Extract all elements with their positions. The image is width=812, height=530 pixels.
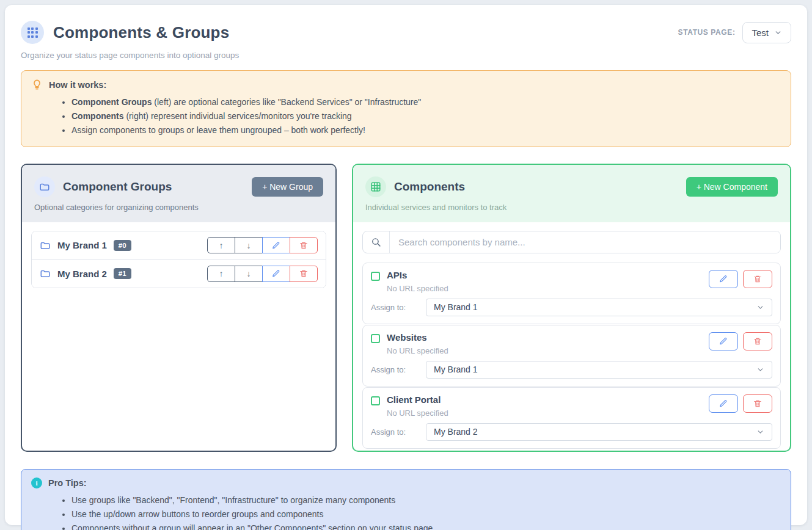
components-panel-title: Components: [394, 180, 686, 194]
new-group-button[interactable]: + New Group: [252, 177, 323, 197]
assign-group-select[interactable]: My Brand 1: [426, 299, 772, 316]
delete-component-button[interactable]: [743, 332, 772, 350]
move-group-up-button[interactable]: ↑: [207, 237, 235, 253]
component-name: Client Portal: [387, 394, 709, 405]
search-icon-segment: [363, 231, 390, 253]
delete-group-button[interactable]: [290, 237, 318, 253]
pro-tips-box: i Pro Tips: Use groups like "Backend", "…: [21, 469, 791, 530]
edit-component-button[interactable]: [709, 270, 738, 288]
groups-panel-header: Component Groups + New Group Optional ca…: [22, 165, 335, 222]
list-item: Components without a group will appear i…: [71, 521, 781, 530]
group-order-badge: #0: [114, 240, 131, 251]
trash-icon: [753, 399, 762, 408]
pro-tips-list: Use groups like "Backend", "Frontend", "…: [31, 493, 781, 530]
group-order-badge: #1: [114, 268, 131, 279]
header-title-block: Components & Groups: [21, 21, 229, 44]
pencil-icon: [272, 269, 280, 278]
list-item: Component Groups (left) are optional cat…: [71, 95, 781, 109]
components-panel: Components + New Component Individual se…: [352, 164, 791, 452]
trash-icon: [753, 275, 762, 283]
group-list: My Brand 1 #0 ↑ ↓ My Brand 2 #1: [31, 231, 326, 288]
list-item: Components (right) represent individual …: [71, 109, 781, 123]
group-name: My Brand 1: [57, 240, 107, 250]
status-page-select[interactable]: Test: [742, 22, 791, 43]
group-name: My Brand 2: [57, 269, 107, 279]
component-card: Websites No URL specified Assign to:: [362, 325, 781, 387]
status-page-label: STATUS PAGE:: [678, 28, 736, 37]
groups-panel-subtitle: Optional categories for organizing compo…: [34, 203, 323, 212]
group-row: My Brand 2 #1 ↑ ↓: [32, 260, 326, 288]
assign-to-label: Assign to:: [371, 303, 426, 312]
assign-to-label: Assign to:: [371, 427, 426, 437]
list-item: Use groups like "Backend", "Frontend", "…: [71, 493, 781, 507]
how-it-works-box: How it works: Component Groups (left) ar…: [21, 70, 791, 147]
delete-component-button[interactable]: [743, 270, 772, 288]
component-checkbox[interactable]: [371, 396, 380, 405]
up-arrow-icon: ↑: [219, 269, 224, 278]
status-page-picker: STATUS PAGE: Test: [678, 22, 791, 43]
down-arrow-icon: ↓: [247, 269, 251, 278]
chevron-down-icon: [756, 366, 764, 374]
assigned-group-value: My Brand 1: [434, 302, 478, 312]
component-url-status: No URL specified: [387, 284, 709, 293]
new-component-button[interactable]: + New Component: [686, 177, 778, 197]
components-panel-header: Components + New Component Individual se…: [353, 165, 790, 222]
chevron-down-icon: [756, 428, 764, 436]
component-name: Websites: [387, 332, 709, 343]
edit-component-button[interactable]: [709, 332, 738, 350]
pencil-icon: [719, 337, 728, 346]
component-name: APIs: [387, 270, 709, 280]
folder-icon: [39, 181, 50, 192]
info-icon: i: [31, 477, 42, 488]
how-it-works-title: How it works:: [49, 80, 106, 90]
trash-icon: [299, 241, 308, 250]
groups-panel-title: Component Groups: [63, 180, 252, 194]
main-card: Components & Groups STATUS PAGE: Test Or…: [5, 5, 807, 525]
chevron-down-icon: [756, 303, 764, 311]
group-row: My Brand 1 #0 ↑ ↓: [32, 231, 326, 260]
down-arrow-icon: ↓: [247, 241, 251, 250]
folder-icon-circle: [34, 176, 55, 197]
group-folder-icon: [40, 268, 51, 279]
how-it-works-list: Component Groups (left) are optional cat…: [31, 95, 781, 138]
pencil-icon: [272, 241, 280, 250]
page-header: Components & Groups STATUS PAGE: Test: [21, 21, 791, 44]
assigned-group-value: My Brand 1: [434, 365, 478, 374]
move-group-up-button[interactable]: ↑: [207, 266, 235, 282]
edit-group-button[interactable]: [262, 237, 290, 253]
move-group-down-button[interactable]: ↓: [235, 266, 263, 282]
assign-to-label: Assign to:: [371, 365, 426, 374]
move-group-down-button[interactable]: ↓: [235, 237, 263, 253]
search-icon: [371, 237, 381, 247]
page-title: Components & Groups: [53, 23, 229, 42]
component-checkbox[interactable]: [371, 334, 380, 343]
search-bar: [362, 231, 781, 253]
status-page-value: Test: [752, 27, 769, 38]
components-panel-subtitle: Individual services and monitors to trac…: [365, 203, 778, 212]
component-card: APIs No URL specified Assign to: M: [362, 263, 781, 324]
list-item: Use the up/down arrow buttons to reorder…: [71, 507, 781, 521]
group-actions: ↑ ↓: [207, 266, 318, 282]
component-url-status: No URL specified: [387, 346, 709, 355]
edit-group-button[interactable]: [262, 266, 290, 282]
pro-tips-title: Pro Tips:: [48, 478, 87, 488]
delete-group-button[interactable]: [290, 266, 318, 282]
assign-group-select[interactable]: My Brand 1: [426, 361, 772, 379]
trash-icon: [299, 269, 308, 278]
grid-table-icon: [370, 181, 381, 192]
assign-group-select[interactable]: My Brand 2: [426, 423, 772, 441]
component-groups-panel: Component Groups + New Group Optional ca…: [21, 164, 337, 452]
component-checkbox[interactable]: [371, 272, 380, 281]
lightbulb-icon: [31, 79, 43, 90]
components-icon-circle: [365, 176, 386, 197]
trash-icon: [753, 337, 762, 346]
group-actions: ↑ ↓: [207, 237, 318, 253]
up-arrow-icon: ↑: [219, 241, 224, 250]
group-folder-icon: [40, 240, 51, 251]
panels-row: Component Groups + New Group Optional ca…: [21, 164, 791, 452]
delete-component-button[interactable]: [743, 394, 772, 413]
pencil-icon: [719, 399, 728, 408]
edit-component-button[interactable]: [709, 394, 738, 413]
search-input[interactable]: [390, 231, 780, 253]
page-subtitle: Organize your status page components int…: [21, 51, 791, 60]
